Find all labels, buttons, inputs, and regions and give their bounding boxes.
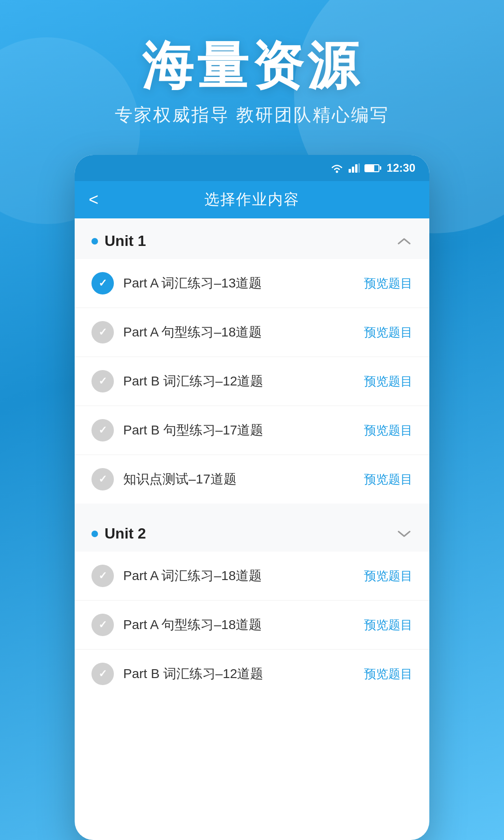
unit2-items: ✓ Part A 词汇练习–18道题 预览题目 ✓ Part A 句型练习–18…	[75, 552, 429, 698]
preview-button[interactable]: 预览题目	[364, 324, 413, 341]
item-text: Part A 词汇练习–13道题	[123, 274, 355, 292]
signal-icon	[349, 163, 360, 173]
item-text: Part B 句型练习–17道题	[123, 421, 355, 439]
item-text: Part A 词汇练习–18道题	[123, 567, 355, 585]
list-item[interactable]: ✓ Part A 句型练习–18道题 预览题目	[75, 308, 429, 357]
check-icon-unchecked[interactable]: ✓	[91, 614, 114, 636]
unit1-title: Unit 1	[105, 232, 146, 250]
nav-bar: < 选择作业内容	[75, 181, 429, 218]
wifi-icon	[330, 163, 344, 173]
unit1-chevron[interactable]	[396, 233, 413, 250]
check-icon-checked[interactable]: ✓	[91, 272, 114, 294]
item-text: 知识点测试–17道题	[123, 470, 355, 488]
check-icon-unchecked[interactable]: ✓	[91, 370, 114, 392]
status-bar: 12:30	[75, 155, 429, 181]
check-icon-unchecked[interactable]: ✓	[91, 663, 114, 685]
svg-rect-4	[358, 163, 360, 173]
list-item[interactable]: ✓ Part B 词汇练习–12道题 预览题目	[75, 357, 429, 406]
battery-fill	[365, 165, 375, 171]
hero-title: 海量资源	[0, 37, 504, 94]
unit2-label: Unit 2	[91, 525, 146, 542]
item-text: Part A 句型练习–18道题	[123, 616, 355, 634]
unit2-section: Unit 2 ✓ Part A 词汇练习–18道题 预览题目	[75, 511, 429, 698]
list-item[interactable]: ✓ Part B 词汇练习–12道题 预览题目	[75, 650, 429, 698]
back-button[interactable]: <	[89, 191, 98, 208]
check-mark: ✓	[98, 376, 107, 386]
hero-subtitle: 专家权威指导 教研团队精心编写	[0, 103, 504, 127]
unit2-dot	[91, 531, 98, 537]
check-icon-unchecked[interactable]: ✓	[91, 419, 114, 441]
check-icon-unchecked[interactable]: ✓	[91, 468, 114, 490]
content-area: Unit 1 ✓ Part A 词汇练习–13道题 预览题目	[75, 218, 429, 698]
check-mark: ✓	[98, 278, 107, 288]
preview-button[interactable]: 预览题目	[364, 275, 413, 292]
list-item[interactable]: ✓ Part B 句型练习–17道题 预览题目	[75, 406, 429, 455]
status-icons	[330, 163, 379, 173]
svg-point-0	[336, 171, 338, 173]
check-icon-unchecked[interactable]: ✓	[91, 321, 114, 343]
phone-mockup: 12:30 < 选择作业内容 Unit 1	[75, 155, 429, 840]
nav-title: 选择作业内容	[204, 189, 300, 210]
unit1-section: Unit 1 ✓ Part A 词汇练习–13道题 预览题目	[75, 218, 429, 504]
unit2-header[interactable]: Unit 2	[75, 511, 429, 552]
unit-separator	[75, 504, 429, 511]
check-mark: ✓	[98, 620, 107, 630]
preview-button[interactable]: 预览题目	[364, 666, 413, 682]
unit1-items: ✓ Part A 词汇练习–13道题 预览题目 ✓ Part A 句型练习–18…	[75, 259, 429, 504]
check-mark: ✓	[98, 669, 107, 679]
list-item[interactable]: ✓ Part A 句型练习–18道题 预览题目	[75, 601, 429, 650]
hero-section: 海量资源 专家权威指导 教研团队精心编写	[0, 0, 504, 127]
check-mark: ✓	[98, 327, 107, 337]
item-text: Part A 句型练习–18道题	[123, 323, 355, 341]
preview-button[interactable]: 预览题目	[364, 373, 413, 390]
check-mark: ✓	[98, 474, 107, 484]
check-icon-unchecked[interactable]: ✓	[91, 565, 114, 587]
svg-rect-2	[352, 167, 354, 173]
unit2-title: Unit 2	[105, 525, 146, 542]
item-text: Part B 词汇练习–12道题	[123, 372, 355, 390]
preview-button[interactable]: 预览题目	[364, 617, 413, 633]
unit1-header[interactable]: Unit 1	[75, 218, 429, 259]
preview-button[interactable]: 预览题目	[364, 471, 413, 488]
unit2-chevron[interactable]	[396, 525, 413, 542]
check-mark: ✓	[98, 425, 107, 435]
svg-rect-3	[355, 164, 357, 173]
battery-icon	[364, 164, 379, 172]
check-mark: ✓	[98, 571, 107, 581]
preview-button[interactable]: 预览题目	[364, 422, 413, 439]
preview-button[interactable]: 预览题目	[364, 568, 413, 584]
list-item[interactable]: ✓ Part A 词汇练习–18道题 预览题目	[75, 552, 429, 601]
list-item[interactable]: ✓ 知识点测试–17道题 预览题目	[75, 455, 429, 504]
unit1-dot	[91, 238, 98, 245]
item-text: Part B 词汇练习–12道题	[123, 665, 355, 683]
unit1-label: Unit 1	[91, 232, 146, 250]
svg-rect-1	[349, 169, 351, 173]
status-time: 12:30	[387, 161, 415, 175]
list-item[interactable]: ✓ Part A 词汇练习–13道题 预览题目	[75, 259, 429, 308]
